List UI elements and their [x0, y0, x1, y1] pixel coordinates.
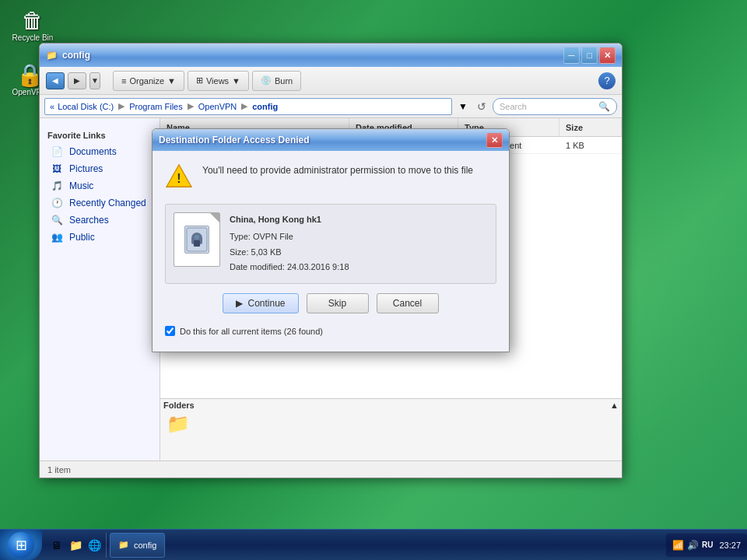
public-icon: 👥: [51, 231, 63, 243]
continue-icon: ▶: [236, 298, 243, 309]
dialog-close-button[interactable]: ✕: [486, 133, 503, 148]
clock: 23:27: [719, 541, 741, 550]
sidebar-item-public[interactable]: 👥 Public: [40, 229, 160, 246]
cancel-button[interactable]: Cancel: [377, 293, 439, 313]
skip-button[interactable]: Skip: [307, 293, 369, 313]
file-details: China, Hong Kong hk1 Type: OVPN File Siz…: [230, 212, 349, 275]
forward-button[interactable]: ▶: [68, 72, 86, 89]
start-button[interactable]: ⊞: [0, 530, 42, 561]
address-crumb-config[interactable]: config: [252, 102, 278, 111]
favorite-links-title: Favorite Links: [40, 128, 160, 143]
ovpn-file-icon: [185, 226, 209, 253]
refresh-button[interactable]: ↺: [477, 100, 486, 113]
file-doc-icon: [174, 212, 220, 267]
taskbar-item-config[interactable]: 📁 config: [110, 533, 165, 558]
search-box[interactable]: Search 🔍: [493, 98, 617, 115]
file-doc-inner: [184, 226, 209, 254]
svg-text:!: !: [177, 172, 181, 185]
sidebar-item-searches[interactable]: 🔍 Searches: [40, 212, 160, 229]
dialog-file-info: China, Hong Kong hk1 Type: OVPN File Siz…: [165, 204, 496, 284]
sidebar-item-documents[interactable]: 📄 Documents: [40, 143, 160, 160]
access-denied-dialog: Destination Folder Access Denied ✕ ! You…: [152, 128, 510, 352]
svg-point-4: [195, 235, 199, 240]
maximize-button[interactable]: □: [581, 47, 598, 64]
toolbar: ◀ ▶ ▼ ≡ Organize ▼ ⊞ Views ▼ 💿 Burn ?: [40, 67, 622, 95]
folder-icon: 📁: [167, 413, 190, 435]
sidebar-item-recently-changed[interactable]: 🕐 Recently Changed: [40, 194, 160, 212]
dialog-body: ! You'll need to provide administrator p…: [153, 151, 509, 352]
windows-explorer-button[interactable]: 📁: [67, 537, 84, 554]
address-crumb-program-files[interactable]: Program Files: [129, 102, 182, 111]
organize-button[interactable]: ≡ Organize ▼: [113, 71, 184, 91]
dialog-title: Destination Folder Access Denied: [159, 135, 310, 145]
pictures-icon: 🖼: [51, 163, 63, 175]
crumb-sep-1: ▶: [118, 101, 124, 111]
crumb-sep-2: ▶: [188, 101, 194, 111]
status-text: 1 item: [47, 465, 71, 474]
start-orb: ⊞: [8, 532, 34, 558]
search-placeholder: Search: [500, 102, 527, 111]
file-size-detail: Size: 5,03 KB: [230, 245, 349, 261]
address-path[interactable]: « Local Disk (C:) ▶ Program Files ▶ Open…: [44, 98, 452, 115]
searches-icon: 🔍: [51, 214, 63, 226]
sidebar: Favorite Links 📄 Documents 🖼 Pictures 🎵 …: [40, 118, 160, 460]
svg-rect-3: [194, 240, 200, 247]
language-indicator[interactable]: RU: [702, 541, 713, 549]
desktop-icon-recycle-bin[interactable]: 🗑 Recycle Bin: [8, 8, 58, 42]
views-icon: ⊞: [196, 75, 203, 86]
file-type-detail: Type: OVPN File: [230, 229, 349, 245]
recent-locations-button[interactable]: ▼: [89, 72, 100, 89]
warning-icon-wrap: !: [165, 163, 193, 191]
desktop: 🗑 Recycle Bin 🔒 OpenVPN 📁 config ─ □ ✕ ◀…: [0, 0, 747, 560]
window-title: 📁 config: [46, 50, 90, 61]
file-size-cell: 1 KB: [559, 137, 622, 153]
taskbar-items: 📁 config: [107, 530, 666, 560]
minimize-button[interactable]: ─: [563, 47, 580, 64]
file-name-detail: China, Hong Kong hk1: [230, 212, 349, 228]
address-dropdown-button[interactable]: ▼: [458, 101, 468, 112]
views-dropdown-icon: ▼: [232, 76, 240, 86]
recycle-bin-label: Recycle Bin: [12, 33, 54, 42]
quick-launch: 🖥 📁 🌐: [45, 533, 107, 558]
recycle-bin-icon: 🗑: [22, 8, 44, 33]
crumb-sep-3: ▶: [241, 101, 247, 111]
burn-icon: 💿: [261, 75, 272, 86]
volume-icon[interactable]: 🔊: [687, 540, 699, 551]
sidebar-item-music[interactable]: 🎵 Music: [40, 177, 160, 194]
burn-button[interactable]: 💿 Burn: [252, 71, 301, 91]
dialog-message: You'll need to provide administrator per…: [202, 163, 496, 177]
window-titlebar: 📁 config ─ □ ✕: [40, 44, 622, 67]
show-desktop-button[interactable]: 🖥: [48, 537, 65, 554]
ie-button[interactable]: 🌐: [86, 537, 103, 554]
search-icon: 🔍: [598, 101, 610, 112]
do-for-all-checkbox[interactable]: [165, 326, 175, 336]
warning-triangle-icon: !: [165, 163, 193, 188]
folders-header[interactable]: Folders ▲: [160, 399, 622, 411]
address-crumb-openvpn[interactable]: OpenVPN: [198, 102, 237, 111]
dialog-header-row: ! You'll need to provide administrator p…: [165, 163, 496, 191]
dialog-actions: ▶ Continue Skip Cancel: [165, 293, 496, 313]
dialog-checkbox-row: Do this for all current items (26 found): [165, 323, 496, 339]
folder-list-item[interactable]: 📁: [160, 411, 622, 436]
system-tray: 📶 🔊 RU 23:27: [666, 534, 747, 557]
views-button[interactable]: ⊞ Views ▼: [188, 71, 249, 91]
organize-dropdown-icon: ▼: [167, 76, 176, 86]
do-for-all-label: Do this for all current items (26 found): [180, 327, 323, 336]
sidebar-item-pictures[interactable]: 🖼 Pictures: [40, 160, 160, 177]
address-crumb-local: «: [50, 102, 54, 111]
network-icon[interactable]: 📶: [672, 540, 684, 551]
window-icon: 📁: [46, 50, 58, 61]
continue-button[interactable]: ▶ Continue: [223, 293, 298, 313]
music-icon: 🎵: [51, 180, 63, 192]
help-button[interactable]: ?: [598, 72, 615, 89]
close-button[interactable]: ✕: [599, 47, 615, 64]
taskbar: ⊞ 🖥 📁 🌐 📁 config 📶 🔊 RU 23:27: [0, 529, 747, 560]
address-bar: « Local Disk (C:) ▶ Program Files ▶ Open…: [40, 95, 622, 118]
col-size[interactable]: Size: [559, 118, 622, 136]
folders-section: Folders ▲ 📁: [160, 398, 622, 460]
back-button[interactable]: ◀: [46, 72, 65, 89]
taskbar-item-icon: 📁: [118, 540, 129, 550]
address-crumb-local-disk[interactable]: Local Disk (C:): [58, 102, 114, 111]
dialog-titlebar: Destination Folder Access Denied ✕: [153, 129, 509, 151]
file-date-detail: Date modified: 24.03.2016 9:18: [230, 260, 349, 275]
